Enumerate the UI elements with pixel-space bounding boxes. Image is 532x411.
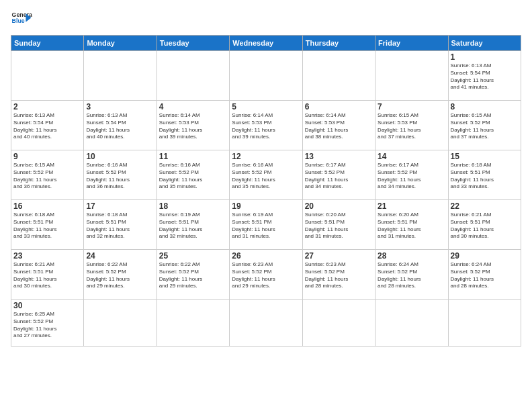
calendar-cell: 26Sunrise: 6:23 AM Sunset: 5:52 PM Dayli… (230, 250, 302, 300)
cell-info: Sunrise: 6:24 AM Sunset: 5:52 PM Dayligh… (451, 261, 519, 290)
day-header-friday: Friday (375, 36, 448, 51)
day-number: 22 (451, 201, 519, 211)
calendar-cell: 17Sunrise: 6:18 AM Sunset: 5:51 PM Dayli… (84, 200, 157, 250)
calendar-cell: 11Sunrise: 6:16 AM Sunset: 5:52 PM Dayli… (157, 150, 229, 200)
cell-info: Sunrise: 6:21 AM Sunset: 5:51 PM Dayligh… (13, 261, 81, 290)
header-area: General Blue (11, 8, 521, 30)
calendar-cell: 20Sunrise: 6:20 AM Sunset: 5:51 PM Dayli… (302, 200, 375, 250)
day-header-saturday: Saturday (448, 36, 521, 51)
calendar-cell: 16Sunrise: 6:18 AM Sunset: 5:51 PM Dayli… (11, 200, 84, 250)
day-number: 9 (13, 152, 81, 161)
cell-info: Sunrise: 6:18 AM Sunset: 5:51 PM Dayligh… (13, 212, 81, 240)
cell-info: Sunrise: 6:15 AM Sunset: 5:53 PM Dayligh… (378, 112, 445, 141)
day-number: 25 (159, 251, 227, 261)
cell-info: Sunrise: 6:16 AM Sunset: 5:52 PM Dayligh… (86, 162, 154, 191)
cell-info: Sunrise: 6:16 AM Sunset: 5:52 PM Dayligh… (232, 162, 300, 191)
cell-info: Sunrise: 6:17 AM Sunset: 5:52 PM Dayligh… (305, 162, 373, 191)
calendar-cell: 1Sunrise: 6:13 AM Sunset: 5:54 PM Daylig… (448, 51, 521, 101)
day-number: 3 (86, 102, 154, 111)
calendar-cell (448, 300, 521, 347)
day-number: 17 (86, 201, 154, 211)
cell-info: Sunrise: 6:22 AM Sunset: 5:52 PM Dayligh… (86, 261, 154, 290)
calendar-cell (230, 300, 302, 347)
logo: General Blue (11, 8, 32, 30)
calendar-cell: 9Sunrise: 6:15 AM Sunset: 5:52 PM Daylig… (11, 150, 84, 200)
day-number: 15 (451, 152, 519, 161)
day-number: 1 (451, 52, 519, 62)
calendar-cell (230, 51, 302, 101)
cell-info: Sunrise: 6:14 AM Sunset: 5:53 PM Dayligh… (159, 112, 227, 141)
cell-info: Sunrise: 6:15 AM Sunset: 5:52 PM Dayligh… (451, 112, 519, 141)
page: General Blue SundayMondayTuesdayWednesda… (0, 0, 532, 411)
calendar-cell: 21Sunrise: 6:20 AM Sunset: 5:51 PM Dayli… (375, 200, 448, 250)
calendar-cell: 10Sunrise: 6:16 AM Sunset: 5:52 PM Dayli… (84, 150, 157, 200)
cell-info: Sunrise: 6:15 AM Sunset: 5:52 PM Dayligh… (13, 162, 81, 191)
day-header-sunday: Sunday (11, 36, 84, 51)
day-number: 21 (378, 201, 445, 211)
generalblue-logo-icon: General Blue (11, 8, 32, 30)
calendar-cell: 29Sunrise: 6:24 AM Sunset: 5:52 PM Dayli… (448, 250, 521, 300)
calendar-cell: 14Sunrise: 6:17 AM Sunset: 5:52 PM Dayli… (375, 150, 448, 200)
calendar-cell: 15Sunrise: 6:18 AM Sunset: 5:51 PM Dayli… (448, 150, 521, 200)
day-header-thursday: Thursday (302, 36, 375, 51)
calendar-cell: 28Sunrise: 6:24 AM Sunset: 5:52 PM Dayli… (375, 250, 448, 300)
cell-info: Sunrise: 6:13 AM Sunset: 5:54 PM Dayligh… (86, 112, 154, 141)
svg-text:Blue: Blue (12, 17, 25, 24)
day-header-wednesday: Wednesday (230, 36, 302, 51)
day-number: 24 (86, 251, 154, 261)
day-number: 12 (232, 152, 300, 161)
cell-info: Sunrise: 6:23 AM Sunset: 5:52 PM Dayligh… (232, 261, 300, 290)
calendar-cell: 13Sunrise: 6:17 AM Sunset: 5:52 PM Dayli… (302, 150, 375, 200)
day-header-tuesday: Tuesday (157, 36, 229, 51)
calendar-cell: 18Sunrise: 6:19 AM Sunset: 5:51 PM Dayli… (157, 200, 229, 250)
calendar-cell (375, 300, 448, 347)
day-number: 2 (13, 102, 81, 111)
day-header-monday: Monday (84, 36, 157, 51)
cell-info: Sunrise: 6:25 AM Sunset: 5:52 PM Dayligh… (13, 311, 81, 340)
cell-info: Sunrise: 6:23 AM Sunset: 5:52 PM Dayligh… (305, 261, 373, 290)
cell-info: Sunrise: 6:17 AM Sunset: 5:52 PM Dayligh… (378, 162, 445, 191)
day-number: 10 (86, 152, 154, 161)
day-number: 20 (305, 201, 373, 211)
day-number: 6 (305, 102, 373, 111)
day-number: 30 (13, 301, 81, 310)
calendar-cell: 30Sunrise: 6:25 AM Sunset: 5:52 PM Dayli… (11, 300, 84, 347)
calendar-cell: 3Sunrise: 6:13 AM Sunset: 5:54 PM Daylig… (84, 101, 157, 150)
calendar-table: SundayMondayTuesdayWednesdayThursdayFrid… (11, 35, 521, 347)
day-number: 5 (232, 102, 300, 111)
calendar-cell: 4Sunrise: 6:14 AM Sunset: 5:53 PM Daylig… (157, 101, 229, 150)
calendar-cell: 6Sunrise: 6:14 AM Sunset: 5:53 PM Daylig… (302, 101, 375, 150)
calendar-cell: 24Sunrise: 6:22 AM Sunset: 5:52 PM Dayli… (84, 250, 157, 300)
day-number: 16 (13, 201, 81, 211)
calendar-cell (11, 51, 84, 101)
calendar-cell (84, 300, 157, 347)
day-number: 11 (159, 152, 227, 161)
calendar-cell: 23Sunrise: 6:21 AM Sunset: 5:51 PM Dayli… (11, 250, 84, 300)
calendar-cell: 25Sunrise: 6:22 AM Sunset: 5:52 PM Dayli… (157, 250, 229, 300)
calendar-cell (302, 300, 375, 347)
cell-info: Sunrise: 6:18 AM Sunset: 5:51 PM Dayligh… (451, 162, 519, 191)
cell-info: Sunrise: 6:13 AM Sunset: 5:54 PM Dayligh… (13, 112, 81, 141)
calendar-cell: 22Sunrise: 6:21 AM Sunset: 5:51 PM Dayli… (448, 200, 521, 250)
cell-info: Sunrise: 6:20 AM Sunset: 5:51 PM Dayligh… (378, 212, 445, 240)
calendar-cell: 27Sunrise: 6:23 AM Sunset: 5:52 PM Dayli… (302, 250, 375, 300)
day-number: 18 (159, 201, 227, 211)
cell-info: Sunrise: 6:20 AM Sunset: 5:51 PM Dayligh… (305, 212, 373, 240)
calendar-cell: 19Sunrise: 6:19 AM Sunset: 5:51 PM Dayli… (230, 200, 302, 250)
calendar-cell (157, 300, 229, 347)
calendar-cell (84, 51, 157, 101)
cell-info: Sunrise: 6:24 AM Sunset: 5:52 PM Dayligh… (378, 261, 445, 290)
calendar-cell (375, 51, 448, 101)
calendar-cell (302, 51, 375, 101)
cell-info: Sunrise: 6:22 AM Sunset: 5:52 PM Dayligh… (159, 261, 227, 290)
cell-info: Sunrise: 6:14 AM Sunset: 5:53 PM Dayligh… (232, 112, 300, 141)
cell-info: Sunrise: 6:16 AM Sunset: 5:52 PM Dayligh… (159, 162, 227, 191)
cell-info: Sunrise: 6:19 AM Sunset: 5:51 PM Dayligh… (232, 212, 300, 240)
day-number: 7 (378, 102, 445, 111)
cell-info: Sunrise: 6:18 AM Sunset: 5:51 PM Dayligh… (86, 212, 154, 240)
cell-info: Sunrise: 6:21 AM Sunset: 5:51 PM Dayligh… (451, 212, 519, 240)
calendar-cell (157, 51, 229, 101)
cell-info: Sunrise: 6:14 AM Sunset: 5:53 PM Dayligh… (305, 112, 373, 141)
day-number: 27 (305, 251, 373, 261)
day-number: 19 (232, 201, 300, 211)
